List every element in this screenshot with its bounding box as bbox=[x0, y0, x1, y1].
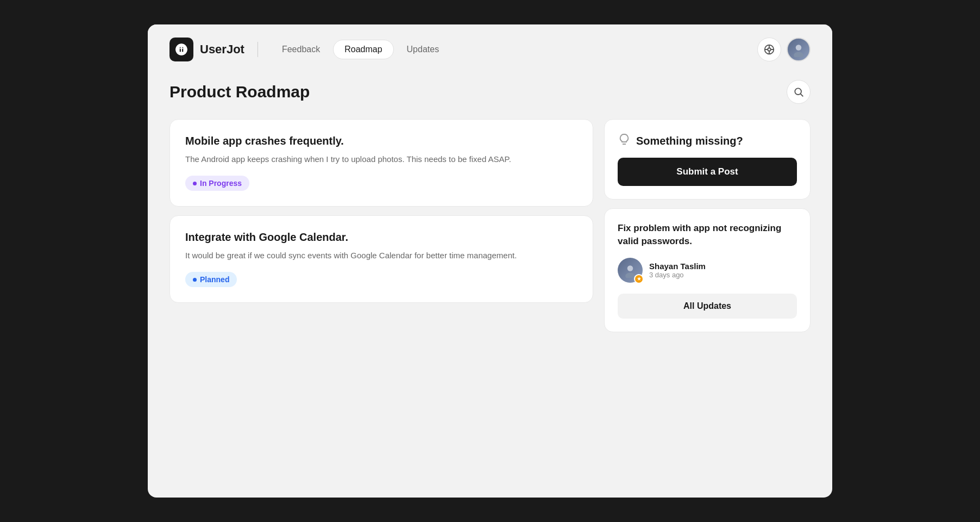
header: UserJot Feedback Roadmap Updates bbox=[148, 24, 832, 74]
status-badge-planned: Planned bbox=[185, 272, 237, 287]
nav-roadmap[interactable]: Roadmap bbox=[333, 40, 393, 59]
logo-icon bbox=[169, 38, 193, 61]
main-content: Product Roadmap Mobile app crashes frequ… bbox=[148, 74, 832, 354]
status-dot-purple bbox=[193, 182, 197, 185]
card-2-title: Integrate with Google Calendar. bbox=[185, 231, 577, 244]
svg-point-9 bbox=[795, 88, 801, 95]
app-window: UserJot Feedback Roadmap Updates bbox=[148, 24, 832, 498]
card-2: Integrate with Google Calendar. It would… bbox=[169, 215, 593, 303]
page-title: Product Roadmap bbox=[169, 83, 310, 101]
all-updates-button[interactable]: All Updates bbox=[618, 294, 797, 319]
svg-line-10 bbox=[801, 94, 803, 97]
user-name: Shayan Taslim bbox=[649, 262, 706, 271]
search-button[interactable] bbox=[787, 80, 811, 104]
page-header: Product Roadmap bbox=[169, 80, 811, 104]
header-divider bbox=[257, 42, 258, 57]
right-sidebar: Something missing? Submit a Post Fix pro… bbox=[604, 119, 811, 332]
lightbulb-icon bbox=[618, 133, 631, 149]
cards-column: Mobile app crashes frequently. The Andro… bbox=[169, 119, 593, 332]
card-1: Mobile app crashes frequently. The Andro… bbox=[169, 119, 593, 207]
avatar-img bbox=[791, 42, 806, 57]
notification-icon bbox=[763, 44, 775, 55]
user-avatar: ★ bbox=[618, 258, 643, 283]
svg-point-7 bbox=[796, 45, 802, 51]
logo-wrap: UserJot bbox=[169, 38, 244, 61]
user-time: 3 days ago bbox=[649, 271, 706, 279]
status-label-in-progress: In Progress bbox=[200, 179, 242, 188]
status-label-planned: Planned bbox=[200, 275, 229, 284]
svg-point-13 bbox=[625, 272, 635, 278]
user-info: Shayan Taslim 3 days ago bbox=[649, 262, 706, 279]
header-right bbox=[757, 38, 811, 61]
something-missing-header: Something missing? bbox=[618, 133, 797, 149]
card-1-title: Mobile app crashes frequently. bbox=[185, 135, 577, 147]
status-dot-blue bbox=[193, 278, 197, 282]
card-1-body: The Android app keeps crashing when I tr… bbox=[185, 153, 577, 166]
fix-card: Fix problem with app not recognizing val… bbox=[604, 208, 811, 332]
card-2-body: It would be great if we could sync event… bbox=[185, 249, 577, 262]
svg-point-8 bbox=[794, 52, 803, 57]
logo-svg bbox=[174, 42, 189, 57]
nav-updates[interactable]: Updates bbox=[396, 40, 450, 59]
something-missing-title: Something missing? bbox=[636, 135, 743, 147]
status-badge-in-progress: In Progress bbox=[185, 176, 249, 191]
user-row: ★ Shayan Taslim 3 days ago bbox=[618, 258, 797, 283]
fix-card-title: Fix problem with app not recognizing val… bbox=[618, 222, 797, 248]
logo-text: UserJot bbox=[200, 42, 244, 57]
submit-post-button[interactable]: Submit a Post bbox=[618, 158, 797, 186]
lightbulb-svg bbox=[618, 133, 631, 146]
something-missing-card: Something missing? Submit a Post bbox=[604, 119, 811, 200]
user-star-badge: ★ bbox=[634, 274, 644, 284]
main-nav: Feedback Roadmap Updates bbox=[271, 40, 450, 59]
content-grid: Mobile app crashes frequently. The Andro… bbox=[169, 119, 811, 332]
search-icon bbox=[793, 86, 804, 97]
svg-point-12 bbox=[627, 265, 633, 271]
notification-icon-btn[interactable] bbox=[757, 38, 781, 61]
user-avatar-header[interactable] bbox=[787, 38, 811, 61]
nav-feedback[interactable]: Feedback bbox=[271, 40, 331, 59]
svg-point-2 bbox=[768, 48, 771, 51]
